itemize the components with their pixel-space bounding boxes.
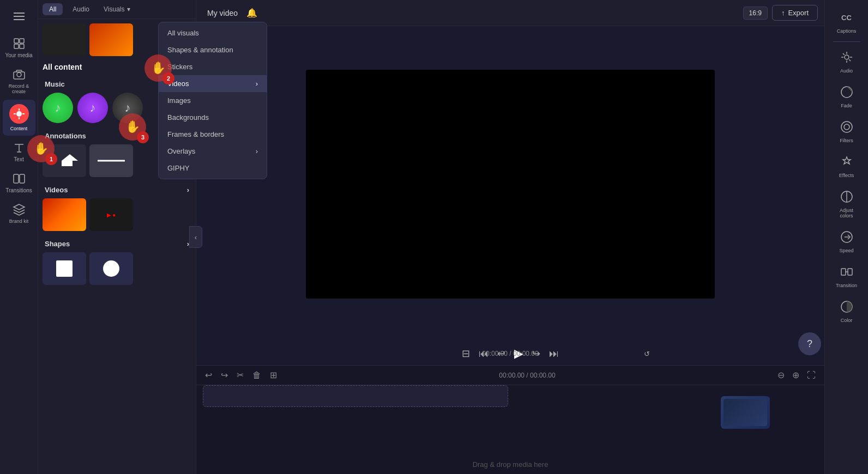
music-item-2[interactable]: ♪: [77, 93, 108, 123]
tool-speed[interactable]: Speed: [828, 224, 865, 258]
help-button[interactable]: ?: [798, 332, 821, 355]
svg-point-13: [845, 55, 849, 59]
annotation-line-thumb[interactable]: [89, 144, 133, 177]
timecode-display: 00:00.00 / 00:00.00: [482, 350, 538, 357]
dropdown-all-visuals[interactable]: All visuals: [159, 25, 267, 41]
tool-color[interactable]: Color: [828, 294, 865, 327]
left-sidebar: Your media Record &create Content Text T…: [0, 0, 38, 474]
timeline-toolbar: ↩ ↪ ✂ 🗑 ⊞ 00:00.00 / 00:00.00 ⊖ ⊕ ⛶: [196, 366, 824, 385]
chevron-right-icon-overlays: ›: [256, 147, 258, 155]
export-button[interactable]: ↑ Export: [772, 5, 818, 21]
main-area: My video 🔔 16:9 ↑ Export ⊟ ⏮ ↩ ▶ ↪ ⏭ 00:…: [196, 0, 824, 474]
tab-all[interactable]: All: [43, 3, 63, 15]
undo-btn[interactable]: ↩: [203, 369, 214, 381]
sidebar-label-your-media: Your media: [5, 52, 32, 58]
sidebar-label-content: Content: [10, 126, 28, 131]
export-icon: ↑: [781, 9, 785, 17]
fit-btn[interactable]: ⛶: [805, 369, 818, 381]
sidebar-item-text[interactable]: Text: [3, 137, 35, 167]
annotation-arrow-thumb[interactable]: [43, 144, 86, 177]
svg-rect-2: [14, 44, 19, 48]
video-thumb-1[interactable]: [43, 198, 86, 231]
dropdown-shapes[interactable]: Shapes & annotation: [159, 41, 267, 58]
panel-collapse-btn[interactable]: ‹: [189, 226, 202, 248]
svg-rect-3: [20, 44, 24, 48]
sidebar-item-your-media[interactable]: Your media: [3, 33, 35, 63]
tab-visuals[interactable]: Visuals ▾: [99, 3, 134, 15]
transition-icon: [838, 263, 855, 281]
dropdown-stickers[interactable]: Stickers: [159, 58, 267, 75]
music-item-3[interactable]: ♪: [112, 93, 143, 123]
dropdown-backgrounds[interactable]: Backgrounds: [159, 109, 267, 126]
fade-icon: [838, 83, 855, 101]
captions-icon: CC: [838, 9, 855, 26]
sidebar-item-transitions[interactable]: Transitions: [3, 168, 35, 198]
tool-captions[interactable]: CC Captions: [828, 4, 865, 38]
panel-topbar: All Audio Visuals ▾ All visuals Shapes &…: [38, 0, 196, 19]
tool-audio[interactable]: Audio: [828, 44, 865, 78]
aspect-ratio-btn[interactable]: 16:9: [743, 7, 768, 20]
sidebar-label-record: Record &create: [9, 83, 29, 94]
sidebar-item-content[interactable]: Content: [3, 100, 35, 136]
sidebar-label-brand-kit: Brand kit: [9, 218, 29, 224]
tool-audio-label: Audio: [840, 68, 853, 74]
chevron-down-icon: ▾: [127, 5, 130, 13]
delete-btn[interactable]: 🗑: [250, 369, 263, 381]
filters-icon: [838, 118, 855, 136]
project-title: My video: [203, 7, 242, 20]
main-topbar: My video 🔔 16:9 ↑ Export: [196, 0, 824, 26]
adjust-colors-icon: [838, 188, 855, 205]
tool-effects[interactable]: Effects: [828, 149, 865, 183]
shapes-section-header[interactable]: Shapes ›: [43, 235, 191, 252]
timeline-video-clip[interactable]: [721, 396, 770, 429]
tab-audio[interactable]: Audio: [66, 3, 96, 15]
preview-thumb-1: [43, 23, 86, 56]
timeline-timecode: 00:00.00 / 00:00.00: [284, 372, 771, 379]
speed-icon: [838, 228, 855, 246]
video-thumb-2[interactable]: ▶ ●: [89, 198, 133, 231]
lock-btn[interactable]: ⊞: [268, 369, 279, 381]
video-preview: [306, 70, 715, 299]
screenshot-btn[interactable]: ⊟: [462, 348, 470, 360]
tool-color-label: Color: [841, 318, 853, 323]
svg-point-15: [841, 121, 852, 132]
drag-drop-label: Drag & drop media here: [473, 460, 548, 469]
shape-thumb-2[interactable]: [89, 252, 133, 285]
tool-adjust-colors[interactable]: Adjustcolors: [828, 184, 865, 223]
zoom-in-btn[interactable]: ⊕: [790, 369, 801, 381]
music-item-1[interactable]: ♪: [43, 93, 73, 123]
hamburger-menu[interactable]: [3, 4, 35, 28]
timeline-clip-placeholder[interactable]: [203, 385, 508, 407]
dropdown-frames[interactable]: Frames & borders: [159, 126, 267, 143]
dropdown-overlays[interactable]: Overlays ›: [159, 143, 267, 160]
redo-btn[interactable]: ↪: [219, 369, 230, 381]
svg-point-6: [16, 111, 22, 117]
audio-icon: [838, 48, 855, 66]
skip-forward-btn[interactable]: ⏭: [549, 348, 559, 360]
content-panel: All Audio Visuals ▾ All visuals Shapes &…: [38, 0, 196, 474]
loop-icon[interactable]: ↺: [644, 350, 650, 358]
tool-filters[interactable]: Filters: [828, 114, 865, 148]
dropdown-videos[interactable]: Videos ›: [159, 75, 267, 92]
svg-rect-19: [841, 269, 846, 275]
videos-items: ▶ ●: [43, 198, 191, 231]
svg-rect-1: [20, 39, 24, 43]
shapes-items: [43, 252, 191, 285]
videos-section-header[interactable]: Videos ›: [43, 181, 191, 198]
cut-btn[interactable]: ✂: [234, 369, 246, 381]
svg-rect-7: [14, 174, 19, 183]
tool-fade[interactable]: Fade: [828, 79, 865, 113]
sidebar-item-brand-kit[interactable]: Brand kit: [3, 199, 35, 228]
effects-icon: [838, 153, 855, 171]
shape-thumb-1[interactable]: [43, 252, 86, 285]
tool-filters-label: Filters: [840, 138, 853, 143]
notification-icon[interactable]: 🔔: [246, 8, 257, 18]
zoom-out-btn[interactable]: ⊖: [775, 369, 787, 381]
videos-arrow-icon: ›: [187, 186, 189, 194]
tool-transition[interactable]: Transition: [828, 259, 865, 293]
tool-speed-label: Speed: [839, 248, 853, 253]
svg-point-12: [103, 260, 119, 277]
dropdown-giphy[interactable]: GIPHY: [159, 160, 267, 177]
dropdown-images[interactable]: Images: [159, 92, 267, 109]
sidebar-item-record-create[interactable]: Record &create: [3, 64, 35, 99]
